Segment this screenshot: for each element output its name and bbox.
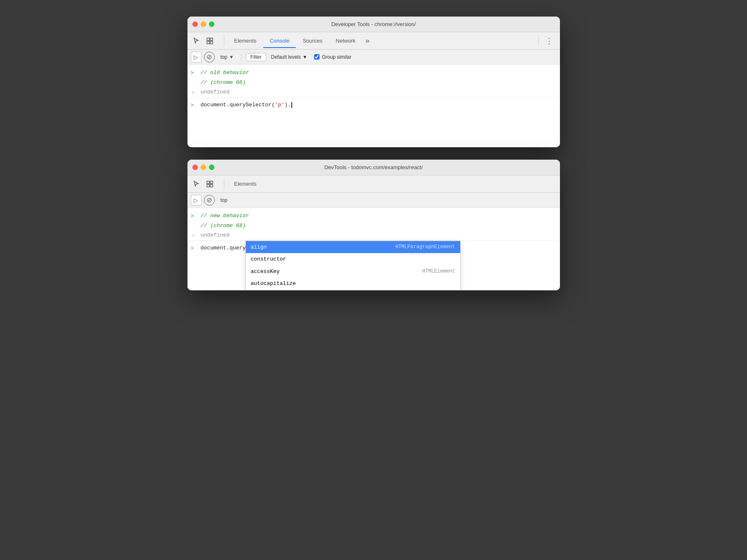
traffic-lights-1	[192, 22, 214, 27]
maximize-button-1[interactable]	[209, 22, 214, 27]
console-line-6: ← undefined	[187, 230, 560, 240]
autocomplete-item-autocapitalize[interactable]: autocapitalize	[246, 278, 460, 290]
console-line-2: // (chrome 66)	[187, 78, 560, 88]
code-2: // (chrome 66)	[201, 79, 246, 87]
autocomplete-item-constructor[interactable]: constructor	[246, 253, 460, 266]
tab-bar-2: Elements	[187, 175, 560, 193]
context-select-1[interactable]: top ▼	[217, 53, 238, 61]
autocomplete-item-blur[interactable]: blur	[246, 290, 460, 291]
more-options-icon-1[interactable]: ⋮	[542, 36, 557, 45]
group-similar-checkbox-1[interactable]	[314, 54, 319, 60]
tab-bar-icons-1	[191, 35, 216, 47]
svg-rect-0	[207, 38, 209, 41]
svg-rect-7	[210, 184, 213, 187]
tab-elements-1[interactable]: Elements	[228, 34, 263, 48]
clear-btn-1[interactable]: ⊘	[204, 52, 215, 62]
tab-right-separator-1	[538, 36, 539, 46]
maximize-button-2[interactable]	[209, 165, 214, 170]
console-input-line-1: > document.querySelector('p').	[187, 97, 560, 110]
more-tabs-1[interactable]: »	[362, 36, 373, 45]
code-5: // new behavior	[201, 212, 249, 220]
console-content-1: > // old behavior // (chrome 66) ← undef…	[187, 65, 560, 147]
filter-separator-1	[241, 53, 242, 61]
code-1: // old behavior	[201, 69, 249, 77]
execute-btn-1[interactable]: ▷	[191, 52, 202, 62]
window-title-1: Developer Tools - chrome://version/	[331, 21, 416, 27]
window-title-2: DevTools - todomvc.com/examples/react/	[324, 164, 423, 170]
tab-elements-2[interactable]: Elements	[228, 177, 263, 191]
code-6: // (chrome 68)	[201, 222, 246, 230]
title-bar-1: Developer Tools - chrome://version/	[187, 17, 560, 32]
prompt-7: ←	[191, 231, 197, 239]
autocomplete-label-constructor: constructor	[251, 255, 286, 263]
prompt-1: >	[191, 69, 197, 77]
devtools-window-2: DevTools - todomvc.com/examples/react/	[187, 160, 560, 290]
autocomplete-type-align: HTMLParagraphElement	[395, 243, 455, 251]
tab-bar-icons-2	[191, 178, 216, 190]
group-similar-container-1: Group similar	[314, 54, 351, 60]
tabs-2: Elements	[228, 177, 557, 191]
tab-separator-2	[224, 179, 224, 189]
devtools-window-1: Developer Tools - chrome://version/	[187, 17, 560, 147]
close-button-2[interactable]	[192, 165, 198, 170]
tab-network-1[interactable]: Network	[329, 34, 362, 48]
context-select-2[interactable]: top	[217, 196, 231, 204]
inspect-icon[interactable]	[204, 35, 216, 47]
svg-rect-4	[207, 181, 209, 184]
code-3: undefined	[201, 88, 230, 96]
autocomplete-dropdown: align HTMLParagraphElement constructor a…	[245, 241, 461, 291]
execute-btn-2[interactable]: ▷	[191, 195, 202, 206]
console-line-5: // (chrome 68)	[187, 221, 560, 231]
minimize-button-2[interactable]	[201, 165, 206, 170]
tab-console-1[interactable]: Console	[263, 34, 296, 48]
autocomplete-label-align: align	[251, 243, 267, 251]
console-content-2: > // new behavior // (chrome 68) ← undef…	[187, 208, 560, 290]
filter-btn-1[interactable]: Filter	[246, 53, 266, 61]
prompt-3: ←	[191, 88, 197, 96]
autocomplete-item-align[interactable]: align HTMLParagraphElement	[246, 241, 460, 254]
autocomplete-label-accesskey: accessKey	[251, 268, 280, 276]
console-toolbar-1: ▷ ⊘ top ▼ Filter Default levels ▼ Group …	[187, 50, 560, 65]
cursor-icon-2[interactable]	[191, 178, 202, 190]
title-bar-2: DevTools - todomvc.com/examples/react/	[187, 160, 560, 175]
autocomplete-item-accesskey[interactable]: accessKey HTMLElement	[246, 266, 460, 278]
console-input-line-2: > document.querySelector('p').align alig…	[187, 240, 560, 253]
code-4: document.querySelector('p').	[201, 101, 292, 109]
minimize-button-1[interactable]	[201, 22, 206, 27]
tab-separator-1	[224, 36, 224, 46]
console-toolbar-2: ▷ ⊘ top	[187, 193, 560, 208]
svg-rect-1	[210, 38, 213, 41]
clear-btn-2[interactable]: ⊘	[204, 195, 215, 206]
prompt-4: >	[191, 101, 197, 109]
autocomplete-type-accesskey: HTMLElement	[422, 268, 455, 275]
console-line-3: ← undefined	[187, 87, 560, 97]
tab-bar-right-1: ⋮	[535, 36, 557, 46]
prompt-8: >	[191, 244, 197, 252]
context-chevron-1: ▼	[229, 54, 234, 60]
inspect-icon-2[interactable]	[204, 178, 216, 190]
autocomplete-label-autocapitalize: autocapitalize	[251, 280, 296, 288]
svg-rect-6	[207, 184, 209, 187]
console-line-4: > // new behavior	[187, 211, 560, 221]
tabs-1: Elements Console Sources Network »	[228, 34, 535, 48]
tab-bar-1: Elements Console Sources Network » ⋮	[187, 32, 560, 50]
traffic-lights-2	[192, 165, 214, 170]
tab-sources-1[interactable]: Sources	[296, 34, 329, 48]
svg-rect-2	[207, 41, 209, 44]
cursor-icon[interactable]	[191, 35, 202, 47]
levels-btn-1[interactable]: Default levels ▼	[269, 53, 310, 61]
prompt-5: >	[191, 212, 197, 220]
svg-rect-5	[210, 181, 213, 184]
close-button-1[interactable]	[192, 22, 198, 27]
levels-chevron-1: ▼	[303, 54, 307, 60]
svg-rect-3	[210, 41, 213, 44]
code-7: undefined	[201, 231, 230, 239]
console-line-1: > // old behavior	[187, 68, 560, 78]
